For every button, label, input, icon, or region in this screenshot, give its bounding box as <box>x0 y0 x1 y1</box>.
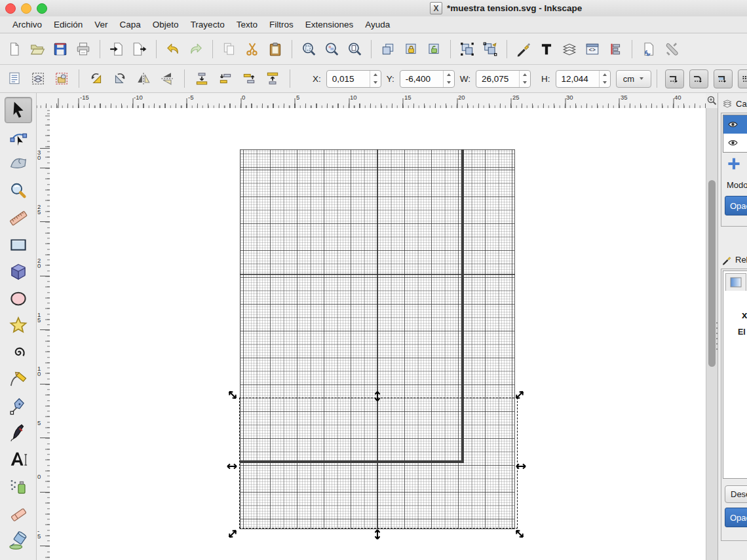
tool-calligraphy[interactable] <box>5 420 31 445</box>
layer-row[interactable] <box>723 134 747 152</box>
h-input[interactable]: 12,044 <box>556 70 611 88</box>
copy-button[interactable] <box>220 40 239 58</box>
tool-3d-box[interactable] <box>5 259 31 284</box>
minimize-button[interactable] <box>21 3 31 14</box>
h-value[interactable]: 12,044 <box>556 71 599 87</box>
save-document-button[interactable] <box>51 40 69 58</box>
menu-filtros[interactable]: Filtros <box>263 20 299 29</box>
tool-node-editor[interactable] <box>5 125 31 150</box>
tool-bezier-pen[interactable] <box>5 394 31 419</box>
raise-to-top-button[interactable] <box>263 69 282 88</box>
eye-icon[interactable] <box>727 138 738 147</box>
menu-ayuda[interactable]: Ayuda <box>359 20 396 29</box>
selection-marquee[interactable] <box>239 398 518 529</box>
layer-opacity-slider[interactable]: Opacidad <box>725 196 747 215</box>
vertical-ruler[interactable]: 30 25 20 15 10 5 0 -5 <box>37 108 50 560</box>
open-document-button[interactable] <box>28 40 47 58</box>
move-patterns-toggle[interactable] <box>738 69 747 88</box>
unit-dropdown[interactable]: cm <box>616 70 651 88</box>
align-distribute-button[interactable] <box>606 40 624 58</box>
selection-handle-n[interactable] <box>372 390 383 402</box>
xml-editor-button[interactable]: <> <box>583 40 602 58</box>
select-all-button[interactable] <box>5 69 24 88</box>
menu-texto[interactable]: Texto <box>231 20 263 29</box>
selection-handle-nw[interactable] <box>227 389 239 401</box>
document-properties-button[interactable] <box>640 40 658 58</box>
tool-measure[interactable] <box>5 206 31 231</box>
move-gradients-toggle[interactable] <box>714 69 733 88</box>
paste-button[interactable] <box>266 40 284 58</box>
tool-tweak[interactable] <box>5 152 31 177</box>
zoom-to-drawing-button[interactable] <box>322 40 341 58</box>
preferences-button[interactable] <box>662 40 681 58</box>
menu-trayecto[interactable]: Trayecto <box>185 20 231 29</box>
w-spin-arrows[interactable] <box>519 71 530 87</box>
fill-stroke-dialog-button[interactable] <box>514 40 533 58</box>
zoom-to-page-button[interactable] <box>345 40 364 58</box>
layer-row-selected[interactable] <box>723 115 747 134</box>
undo-button[interactable] <box>164 40 182 58</box>
print-document-button[interactable] <box>74 40 92 58</box>
deselect-button[interactable] <box>52 69 71 88</box>
flip-vertical-button[interactable] <box>158 69 176 88</box>
tool-pencil[interactable] <box>5 367 31 392</box>
zoom-to-selection-button[interactable] <box>299 40 318 58</box>
tool-spray[interactable] <box>5 474 31 499</box>
no-paint-button[interactable]: x <box>742 309 747 320</box>
object-opacity-slider[interactable]: Opacidad <box>725 508 747 527</box>
menu-edicion[interactable]: Edición <box>48 20 88 29</box>
tool-paint-bucket[interactable] <box>5 528 31 553</box>
raise-button[interactable] <box>240 69 258 88</box>
fill-tab[interactable] <box>725 273 746 291</box>
selection-handle-se[interactable] <box>514 528 526 540</box>
rotate-cw-button[interactable] <box>111 69 129 88</box>
tool-star[interactable] <box>5 313 31 338</box>
menu-extensiones[interactable]: Extensiones <box>299 20 360 29</box>
group-button[interactable] <box>458 40 476 58</box>
redo-button[interactable] <box>187 40 205 58</box>
x-spin-arrows[interactable] <box>370 71 381 87</box>
selection-handle-sw[interactable] <box>227 528 239 540</box>
lower-button[interactable] <box>216 69 235 88</box>
close-button[interactable] <box>5 3 16 14</box>
tool-spiral[interactable] <box>5 340 31 365</box>
import-document-button[interactable] <box>107 40 126 58</box>
flip-horizontal-button[interactable] <box>134 69 153 88</box>
h-spin-arrows[interactable] <box>599 71 610 87</box>
w-input[interactable]: 26,075 <box>476 70 531 88</box>
y-value[interactable]: -6,400 <box>400 71 443 87</box>
tool-zoom[interactable] <box>5 179 31 204</box>
tool-selector[interactable] <box>5 97 32 123</box>
scale-corners-toggle[interactable] <box>689 69 708 88</box>
text-dialog-button[interactable] <box>537 40 556 58</box>
sticky-zoom-button[interactable] <box>706 93 718 109</box>
selection-handle-e[interactable] <box>515 460 527 472</box>
menu-archivo[interactable]: Archivo <box>7 20 48 29</box>
layers-dialog-button[interactable] <box>560 40 579 58</box>
tool-ellipse[interactable] <box>5 286 31 311</box>
create-clone-button[interactable] <box>402 40 420 58</box>
cut-button[interactable] <box>243 40 261 58</box>
unlink-clone-button[interactable] <box>425 40 443 58</box>
selection-handle-s[interactable] <box>372 529 383 540</box>
ungroup-button[interactable] <box>481 40 499 58</box>
lower-to-bottom-button[interactable] <box>193 69 211 88</box>
canvas[interactable] <box>50 108 706 560</box>
x-value[interactable]: 0,015 <box>327 71 370 87</box>
new-document-button[interactable] <box>5 40 24 58</box>
w-value[interactable]: 26,075 <box>476 71 519 87</box>
y-input[interactable]: -6,400 <box>400 70 455 88</box>
menu-capa[interactable]: Capa <box>114 20 147 29</box>
menu-objeto[interactable]: Objeto <box>147 20 185 29</box>
export-document-button[interactable] <box>130 40 149 58</box>
tool-eraser[interactable] <box>5 501 31 526</box>
scale-stroke-toggle[interactable] <box>665 69 684 88</box>
select-all-layers-button[interactable] <box>29 69 47 88</box>
selection-handle-ne[interactable] <box>514 389 526 401</box>
rotate-ccw-button[interactable] <box>87 69 105 88</box>
eye-icon[interactable] <box>727 120 738 129</box>
horizontal-ruler[interactable]: -15 -10 -5 0 5 10 15 20 25 30 35 40 <box>37 93 706 109</box>
y-spin-arrows[interactable] <box>443 71 454 87</box>
zoom-button[interactable] <box>37 3 47 14</box>
duplicate-button[interactable] <box>379 40 397 58</box>
